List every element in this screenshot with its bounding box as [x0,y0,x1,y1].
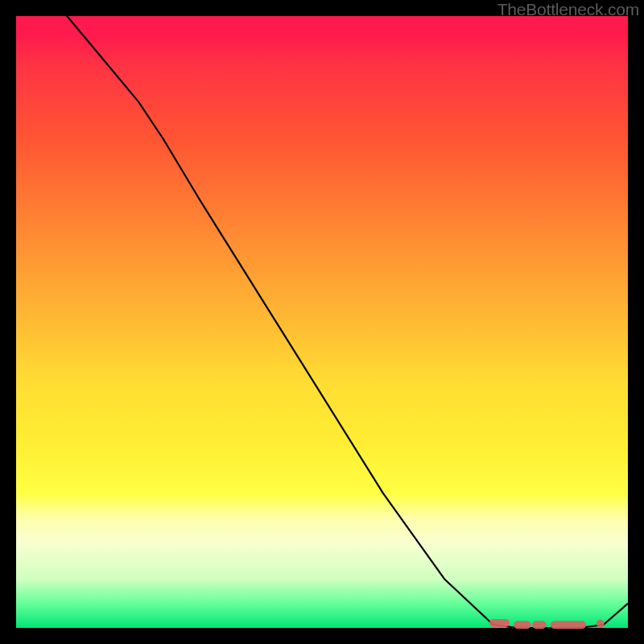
curve-layer [16,0,628,628]
marker-cluster-dot [597,620,605,628]
chart-svg [16,16,628,628]
watermark-text: TheBottleneck.com [497,0,639,19]
chart-frame: TheBottleneck.com [0,0,644,644]
bottleneck-curve [16,0,628,628]
